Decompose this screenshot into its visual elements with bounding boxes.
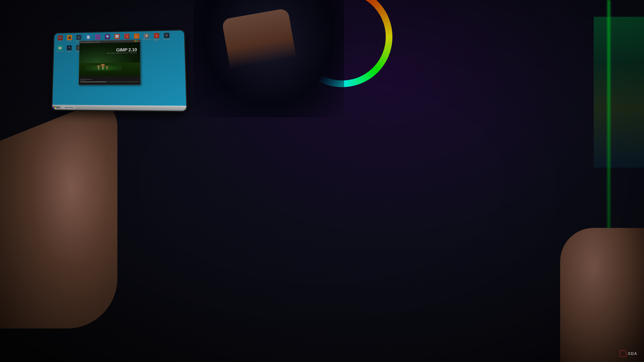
phone-screen: 🎮 Crysis 🎩 Cuphead E Epic Games Launcher: [52, 30, 186, 111]
lightworks-icon: LW: [154, 33, 159, 38]
obsidian-icon: 💎: [105, 34, 110, 39]
cuphead-label: Cuphead: [67, 40, 72, 42]
xda-bracket-icon: [620, 350, 626, 357]
wps-pdf-icon: 📕: [124, 34, 130, 39]
start-icon-green: [54, 106, 56, 107]
xda-watermark: XDA: [620, 350, 637, 357]
start-icon: [53, 106, 56, 108]
crysis-icon: 🎮: [58, 35, 63, 40]
obs-icon: [164, 33, 170, 38]
lightworks-label: lightworks 2023.2: [152, 38, 161, 42]
mushroom-stem-2: [102, 66, 104, 69]
gimp-splash-content: GIMP 2.10 GNU IMAGE MANIPULATION PROGRAM…: [79, 42, 140, 85]
scribus-icon: 📰: [57, 45, 62, 51]
taskbar-gimp-item[interactable]: 🐶 GIMP Startup: [61, 105, 75, 109]
taskbar-gimp-icon: 🐶: [63, 107, 64, 108]
mushroom-cap-3: [106, 66, 108, 68]
gimp-maximize-button[interactable]: [136, 40, 138, 42]
gimp-app-label: GIMP 2.19.38: [142, 39, 151, 40]
taskbar: Start 🐶 GIMP Startup: [52, 105, 186, 111]
start-icon-blue: [53, 107, 54, 108]
steam-icon: [66, 45, 72, 50]
icon-obs[interactable]: OBS Studio: [162, 32, 172, 42]
icon-steam[interactable]: Steam: [65, 45, 74, 53]
mushroom-3: [106, 66, 108, 69]
mushroom-cap-2: [101, 64, 105, 66]
wps-office-icon: 📊: [114, 34, 120, 39]
mushroom-stem-3: [107, 68, 107, 69]
start-icon-yellow: [54, 107, 56, 109]
start-label: Start: [56, 106, 60, 108]
nora-icon: 🎵: [95, 34, 100, 39]
libreoffice-icon: 📄: [86, 34, 91, 40]
gimp-progress-bar: [80, 81, 139, 82]
gimp-subtitle-text: GNU IMAGE MANIPULATION PROGRAM: [107, 52, 137, 54]
gimp-minimize-button[interactable]: [134, 40, 136, 42]
mushroom-cap-1: [97, 65, 100, 67]
rgb-ambient-right: [594, 17, 644, 168]
scribus-label: Scribus 1.6.2: [56, 51, 64, 53]
svg-text:E: E: [78, 36, 80, 38]
gimp-close-button[interactable]: [138, 40, 139, 42]
start-icon-red: [53, 106, 54, 107]
gimp-version-text: GIMP 2.10: [107, 47, 137, 52]
icon-lightworks[interactable]: LW lightworks 2023.2: [152, 32, 161, 42]
hand-right: [560, 228, 644, 362]
gimp-version-overlay: GIMP 2.10 GNU IMAGE MANIPULATION PROGRAM: [107, 47, 137, 54]
gimp-status-area: Querying new Plug-ins... softglow.exe: [79, 76, 140, 85]
svg-text:LW: LW: [156, 35, 158, 36]
xda-logo-text: XDA: [628, 351, 637, 356]
phone-device: 🎮 Crysis 🎩 Cuphead E Epic Games Launcher: [51, 29, 188, 112]
mushroom-1: [97, 65, 100, 69]
crysis-label: Crysis: [58, 40, 62, 42]
start-button[interactable]: Start: [52, 105, 61, 109]
icon-crysis[interactable]: 🎮 Crysis: [56, 35, 64, 44]
steam-label: Steam: [67, 51, 71, 52]
gimp-status-sub: softglow.exe: [80, 80, 139, 81]
gimp-app-icon: 🐶: [144, 33, 149, 38]
mushroom-group: [97, 64, 108, 69]
gimp-progress-fill: [80, 81, 106, 82]
mushroom-stem-1: [98, 67, 99, 69]
cuphead-icon: 🎩: [67, 35, 72, 40]
obs-label: OBS Studio: [163, 38, 170, 40]
firefox-icon: 🦊: [134, 33, 139, 39]
icon-scribus[interactable]: 📰 Scribus 1.6.2: [56, 45, 64, 53]
epic-games-icon: E: [76, 35, 81, 40]
gimp-window-title: GNU Image Manipulation Program: [80, 41, 100, 43]
desktop-icons-row2: 📰 Scribus 1.6.2 Steam: [56, 45, 83, 53]
icon-gimp-app[interactable]: 🐶 GIMP 2.19.38: [142, 33, 151, 42]
mushroom-2: [101, 64, 105, 69]
taskbar-gimp-label: GIMP Startup: [65, 107, 74, 108]
gimp-splash-image: GIMP 2.10 GNU IMAGE MANIPULATION PROGRAM: [79, 42, 140, 76]
gimp-splash-window: GNU Image Manipulation Program: [79, 39, 140, 85]
icon-cuphead[interactable]: 🎩 Cuphead: [65, 35, 74, 44]
